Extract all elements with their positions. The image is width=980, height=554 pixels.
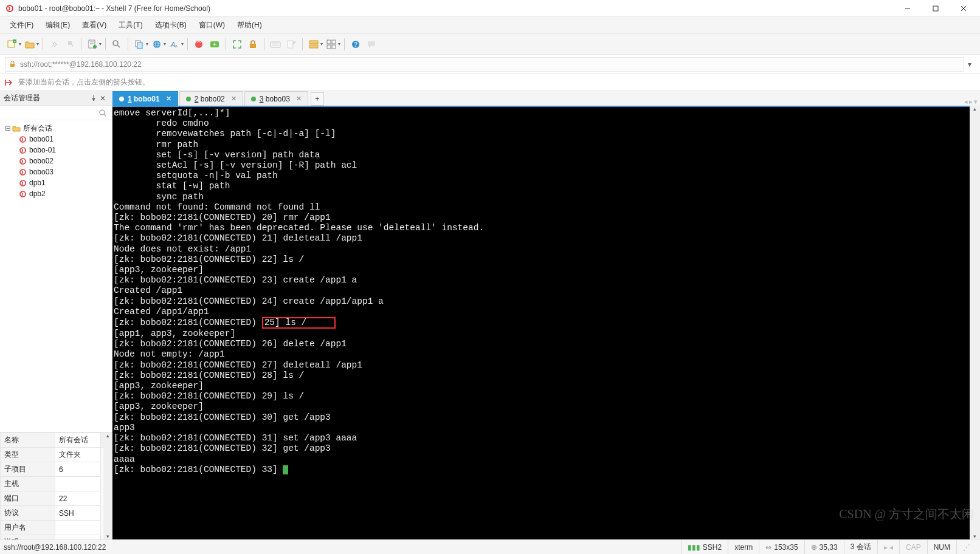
menu-window[interactable]: 窗口(W) xyxy=(194,18,230,32)
tab-bobo01[interactable]: 1 bobo01✕ xyxy=(112,91,178,106)
address-input[interactable]: ssh://root:******@192.168.100.120:22 xyxy=(5,57,964,72)
reconnect-icon[interactable] xyxy=(47,37,61,52)
svg-line-13 xyxy=(117,45,120,47)
session-label: dpb1 xyxy=(29,179,46,187)
prop-val: SSH xyxy=(55,506,101,521)
tab-prev-icon[interactable]: ◂ xyxy=(964,98,968,106)
session-icon xyxy=(18,190,27,198)
tab-close-icon[interactable]: ✕ xyxy=(166,95,171,103)
session-item[interactable]: bobo-01 xyxy=(2,145,109,156)
session-manager-panel: 会话管理器 ✕ ⊟ 所有会话 bobo01bobo-01bobo02bobo03… xyxy=(0,91,112,539)
svg-rect-2 xyxy=(933,6,938,11)
help-icon[interactable]: ? xyxy=(348,37,363,52)
menu-edit[interactable]: 编辑(E) xyxy=(41,18,75,32)
terminal-prompt: [zk: bobo02:2181(CONNECTED) 33] xyxy=(114,465,283,474)
new-tab-button[interactable]: + xyxy=(311,92,324,106)
xagent-icon[interactable] xyxy=(192,37,206,52)
lock-small-icon xyxy=(9,61,16,68)
status-arrows[interactable]: ▸ ◂ xyxy=(877,540,899,554)
tile-grid-icon[interactable] xyxy=(324,37,339,52)
tab-bar: 1 bobo01✕2 bobo02✕3 bobo03✕ + ◂ ▸ ▾ xyxy=(112,91,980,106)
session-label: bobo03 xyxy=(29,168,53,176)
address-dropdown-icon[interactable]: ▾ xyxy=(964,60,975,69)
lock-icon[interactable] xyxy=(246,37,260,52)
tab-bobo03[interactable]: 3 bobo03✕ xyxy=(244,91,308,106)
svg-rect-23 xyxy=(250,44,256,48)
session-item[interactable]: dpb1 xyxy=(2,177,109,188)
tab-list-icon[interactable]: ▾ xyxy=(974,98,978,106)
font-icon[interactable]: Aa xyxy=(167,37,182,52)
xftp-icon[interactable] xyxy=(207,37,222,52)
status-resize-grip[interactable]: ⋰ xyxy=(956,540,976,554)
tab-status-dot xyxy=(186,97,191,101)
collapse-icon[interactable]: ⊟ xyxy=(5,124,11,132)
menu-view[interactable]: 查看(V) xyxy=(77,18,111,32)
hint-bar: 要添加当前会话，点击左侧的箭头按钮。 xyxy=(0,74,980,91)
status-term: xterm xyxy=(728,540,759,554)
tab-close-icon[interactable]: ✕ xyxy=(231,95,236,103)
svg-point-16 xyxy=(153,41,160,48)
find-icon[interactable] xyxy=(109,37,124,52)
arrow-hint-icon[interactable] xyxy=(5,78,15,87)
session-item[interactable]: dpb2 xyxy=(2,188,109,199)
menu-tools[interactable]: 工具(T) xyxy=(114,18,147,32)
prop-val xyxy=(55,521,101,535)
new-session-icon[interactable]: + xyxy=(5,37,19,52)
menu-help[interactable]: 帮助(H) xyxy=(232,18,267,32)
svg-text:a: a xyxy=(175,44,178,48)
props-scrollbar-track[interactable]: ▴▾ xyxy=(103,433,112,539)
tree-root[interactable]: ⊟ 所有会话 xyxy=(2,123,109,134)
svg-rect-36 xyxy=(10,64,15,67)
hint-text: 要添加当前会话，点击左侧的箭头按钮。 xyxy=(18,77,150,87)
svg-text:+: + xyxy=(13,39,16,43)
svg-text:?: ? xyxy=(354,41,357,48)
session-manager-title: 会话管理器 xyxy=(4,93,40,103)
pin-icon[interactable] xyxy=(90,94,98,103)
close-button[interactable] xyxy=(950,0,978,17)
svg-rect-28 xyxy=(309,41,318,44)
tab-status-dot xyxy=(119,97,124,101)
svg-point-11 xyxy=(93,45,97,49)
chat-icon[interactable] xyxy=(364,37,379,52)
prop-key: 说明 xyxy=(1,535,55,540)
prop-header-name: 名称 xyxy=(1,433,55,448)
maximize-button[interactable] xyxy=(922,0,950,17)
fullscreen-icon[interactable] xyxy=(230,37,244,52)
svg-line-38 xyxy=(104,114,106,116)
menu-file[interactable]: 文件(F) xyxy=(5,18,38,32)
prop-key: 端口 xyxy=(1,491,55,506)
signal-icon: ▮▮▮ xyxy=(688,543,700,552)
minimize-button[interactable] xyxy=(894,0,922,17)
tab-bobo02[interactable]: 2 bobo02✕ xyxy=(179,91,243,106)
globe-icon[interactable] xyxy=(150,37,164,52)
status-caps: CAP xyxy=(899,540,927,554)
prop-key: 主机 xyxy=(1,477,55,491)
session-label: dpb2 xyxy=(29,190,46,198)
session-icon xyxy=(18,146,27,154)
session-label: bobo-01 xyxy=(29,146,56,154)
copy-icon[interactable] xyxy=(132,37,147,52)
terminal-scrollbar[interactable]: ▴▾ xyxy=(970,106,980,539)
terminal-output[interactable]: emove serverId[,...]*] redo cmdno remove… xyxy=(112,106,980,539)
compose-icon[interactable] xyxy=(284,37,298,52)
tile-horiz-icon[interactable] xyxy=(306,37,321,52)
session-item[interactable]: bobo01 xyxy=(2,134,109,145)
session-search[interactable] xyxy=(0,106,112,120)
status-num: NUM xyxy=(927,540,956,554)
folder-icon xyxy=(12,124,21,132)
keyboard-icon[interactable] xyxy=(268,37,283,52)
panel-close-icon[interactable]: ✕ xyxy=(100,94,108,103)
tab-label: 2 bobo02 xyxy=(195,95,225,103)
tab-next-icon[interactable]: ▸ xyxy=(969,98,973,106)
prop-val: 22 xyxy=(55,491,101,506)
session-manager-header: 会话管理器 ✕ xyxy=(0,91,112,106)
properties-icon[interactable] xyxy=(85,37,100,52)
tab-label: 1 bobo01 xyxy=(128,95,160,103)
session-item[interactable]: bobo02 xyxy=(2,156,109,166)
session-icon xyxy=(18,157,27,165)
tab-close-icon[interactable]: ✕ xyxy=(296,95,302,103)
menu-tab[interactable]: 选项卡(B) xyxy=(150,18,192,32)
session-item[interactable]: bobo03 xyxy=(2,166,109,177)
open-session-icon[interactable] xyxy=(22,37,37,52)
disconnect-icon[interactable] xyxy=(63,37,77,52)
